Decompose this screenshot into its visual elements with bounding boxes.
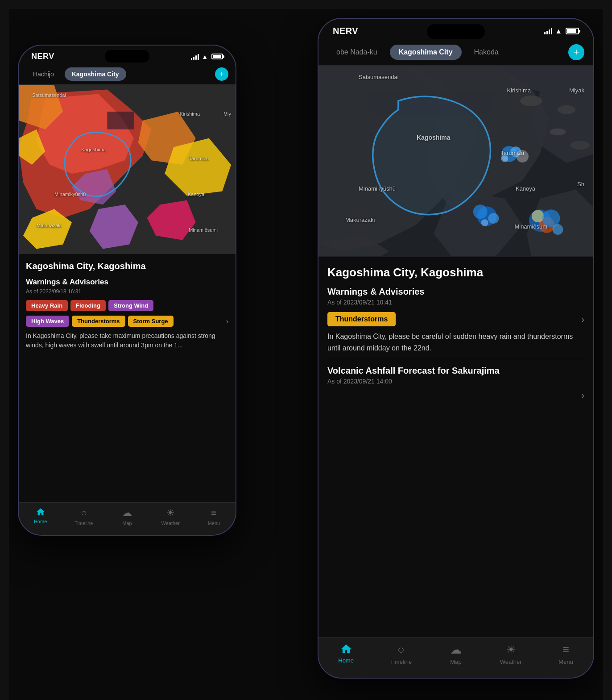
as-of-right: As of 2023/09/21 10:41: [327, 299, 584, 306]
svg-point-35: [570, 141, 590, 150]
nav-map-right[interactable]: ☁ Map: [428, 643, 483, 665]
content-left: Kagoshima City, Kagoshima Warnings & Adv…: [19, 254, 236, 502]
nav-menu-label-right: Menu: [558, 658, 573, 665]
chevron-right-volcanic[interactable]: ›: [581, 390, 584, 400]
label-kanoya-left: Kanoya: [188, 192, 204, 197]
scene: NERV ▲ Hachijō Kagoshima City +: [9, 9, 603, 700]
svg-point-34: [550, 128, 566, 135]
city-title-right: Kagoshima City, Kagoshima: [327, 266, 584, 279]
nav-map-label-right: Map: [450, 658, 461, 665]
nav-map-left[interactable]: ☁ Map: [105, 507, 149, 526]
signal-bars-left: [191, 54, 199, 60]
label-tarumizu-right: Tarumizu: [500, 150, 524, 156]
status-icons-left: ▲: [191, 53, 223, 60]
label-makurazaki-left: Makurazaki: [37, 223, 62, 228]
city-title-left: Kagoshima City, Kagoshima: [26, 261, 228, 271]
chevron-right-left[interactable]: ›: [226, 317, 228, 325]
nav-home-right[interactable]: Home: [318, 643, 373, 665]
home-icon-left: [36, 507, 45, 517]
timeline-icon-right: ○: [397, 643, 405, 657]
phone-left: NERV ▲ Hachijō Kagoshima City +: [18, 45, 236, 536]
tag-heavy-rain[interactable]: Heavy Rain: [26, 300, 68, 311]
label-miyak-left: Miy: [223, 111, 231, 117]
map-right[interactable]: Satsumasendai Kirishima Miyak Kagoshima …: [318, 65, 593, 257]
weather-icon-right: ☀: [506, 643, 516, 657]
phone-right: NERV ▲ obe Nada-ku Kagoshima City: [318, 18, 594, 679]
map-left[interactable]: Satsumasendai Kirishima Miy Kagoshima Ta…: [19, 84, 236, 254]
divider-right: [327, 360, 584, 360]
label-minamikyushu-right: Minamikyūshū: [359, 185, 396, 192]
chevron-right-right[interactable]: ›: [581, 314, 584, 325]
tag-high-waves[interactable]: High Waves: [26, 316, 69, 327]
nav-weather-label-right: Weather: [500, 658, 522, 665]
map-icon-right: ☁: [450, 643, 462, 657]
tab-kobe[interactable]: obe Nada-ku: [327, 45, 386, 60]
tab-kagoshima-active-left[interactable]: Kagoshima City: [65, 67, 126, 81]
map-icon-left: ☁: [122, 507, 132, 519]
signal-bars-right: [544, 28, 552, 34]
status-bar-right: NERV ▲: [318, 19, 593, 40]
add-city-button-right[interactable]: +: [568, 44, 584, 60]
volcanic-chevron-row: ›: [327, 390, 584, 400]
svg-point-25: [488, 213, 499, 224]
status-bar-left: NERV ▲: [19, 46, 236, 64]
nav-menu-right[interactable]: ≡ Menu: [538, 643, 593, 665]
nav-timeline-left[interactable]: ○ Timeline: [62, 507, 105, 526]
volcanic-as-of-right: As of 2023/09/21 14:00: [327, 378, 584, 385]
nav-weather-right[interactable]: ☀ Weather: [484, 643, 538, 665]
label-minamikyushu-left: Minamikyūshū: [54, 192, 86, 197]
bottom-nav-left: Home ○ Timeline ☁ Map ☀ Weather ≡ Menu: [19, 502, 236, 535]
label-kanoya-right: Kanoya: [516, 185, 535, 192]
desc-left: In Kagoshima City, please take maximum p…: [26, 331, 228, 350]
as-of-left: As of 2022/09/18 16:31: [26, 288, 228, 295]
dynamic-island-left: [105, 50, 149, 62]
status-icons-right: ▲: [544, 27, 579, 35]
nav-home-label-right: Home: [338, 657, 354, 664]
bottom-nav-right: Home ○ Timeline ☁ Map ☀ Weather ≡ Menu: [318, 637, 593, 678]
label-minamiosumi-right: Minamiōsumi: [514, 223, 549, 230]
label-satsumasendai-right: Satsumasendai: [359, 74, 399, 80]
label-minamiosumi-left: Minamiōsumi: [189, 227, 218, 233]
tab-hakoda[interactable]: Hakoda: [465, 45, 508, 60]
battery-icon-left: [211, 54, 223, 59]
nav-menu-label-left: Menu: [208, 521, 220, 526]
svg-rect-11: [107, 112, 134, 129]
tag-thunderstorms-right[interactable]: Thunderstorms: [327, 312, 396, 326]
label-miyak-right: Miyak: [569, 87, 584, 94]
menu-icon-left: ≡: [211, 507, 217, 519]
app-name-left: NERV: [31, 52, 54, 61]
tag-thunderstorms-left[interactable]: Thunderstorms: [72, 316, 125, 327]
tags-row-right: Thunderstorms ›: [327, 312, 584, 326]
label-kirishima-right: Kirishima: [507, 87, 531, 94]
app-name-right: NERV: [333, 26, 358, 36]
svg-point-31: [553, 224, 563, 235]
svg-point-32: [520, 96, 542, 106]
wifi-icon-left: ▲: [202, 53, 208, 60]
tag-storm-surge[interactable]: Storm Surge: [128, 316, 174, 327]
city-tabs-right: obe Nada-ku Kagoshima City Hakoda +: [318, 40, 593, 65]
warnings-title-left: Warnings & Advisories: [26, 278, 228, 287]
tags-row-left-2: High Waves Thunderstorms Storm Surge ›: [26, 316, 228, 327]
nav-home-left[interactable]: Home: [19, 507, 62, 526]
battery-icon-right: [566, 28, 579, 34]
nav-map-label-left: Map: [122, 521, 132, 526]
tab-kagoshima-active-right[interactable]: Kagoshima City: [390, 45, 462, 60]
add-city-button-left[interactable]: +: [215, 67, 228, 81]
wifi-icon-right: ▲: [555, 27, 562, 35]
content-right: Kagoshima City, Kagoshima Warnings & Adv…: [318, 257, 593, 637]
tag-strong-wind[interactable]: Strong Wind: [108, 300, 153, 311]
nav-timeline-right[interactable]: ○ Timeline: [373, 643, 428, 665]
tags-row-left: Heavy Rain Flooding Strong Wind: [26, 300, 228, 311]
city-tabs-left: Hachijō Kagoshima City +: [19, 64, 236, 84]
label-kirishima-left: Kirishima: [180, 111, 200, 117]
weather-icon-left: ☀: [166, 507, 175, 519]
warnings-title-right: Warnings & Advisories: [327, 287, 584, 297]
tab-hachijo[interactable]: Hachijō: [26, 67, 61, 81]
nav-weather-left[interactable]: ☀ Weather: [149, 507, 192, 526]
nav-home-label-left: Home: [34, 519, 47, 524]
label-sh-right: Sh: [577, 181, 584, 188]
nav-menu-left[interactable]: ≡ Menu: [192, 507, 236, 526]
dynamic-island-right: [427, 24, 485, 39]
tag-flooding[interactable]: Flooding: [70, 300, 106, 311]
svg-point-26: [481, 219, 488, 226]
